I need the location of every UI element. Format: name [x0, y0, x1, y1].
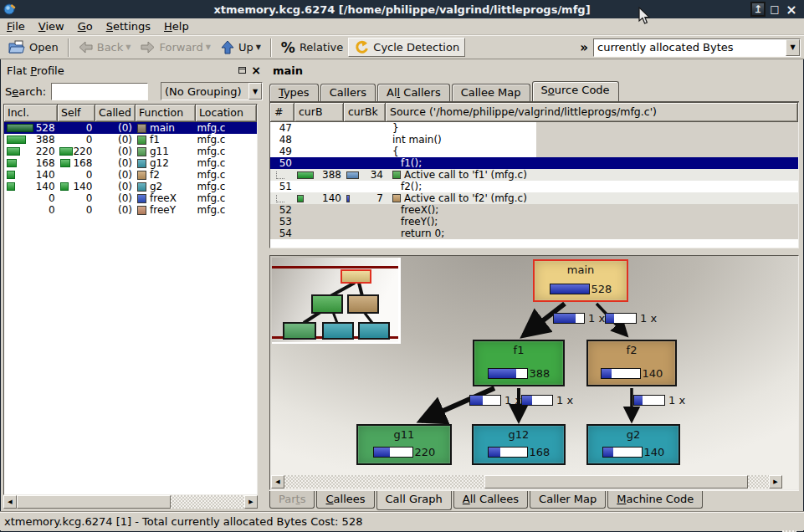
minimap-node-g12 — [322, 322, 354, 340]
toolbar-separator — [68, 38, 69, 57]
graph-overview-minimap[interactable] — [272, 258, 401, 344]
minimize-button[interactable]: _ — [750, 2, 766, 17]
function-icon — [137, 124, 146, 133]
scrollbar-track[interactable] — [171, 495, 244, 509]
graph-node-main[interactable]: main 528 — [533, 259, 628, 302]
source-line-selected[interactable]: 50 f1(); — [270, 157, 798, 169]
back-button[interactable]: Back▼ — [74, 39, 136, 55]
column-header-location[interactable]: Location — [196, 105, 257, 122]
edge-label-f2-g2[interactable]: 1 x — [633, 394, 685, 407]
titlebar[interactable]: xtmemory.kcg.6274 [/home/philippe/valgri… — [0, 0, 804, 18]
source-line[interactable]: 54 return 0; — [270, 228, 798, 239]
tab-callers[interactable]: Callers — [320, 84, 376, 101]
source-line[interactable]: 52 freeX(); — [270, 204, 798, 216]
tab-parts[interactable]: Parts — [269, 491, 315, 509]
up-button[interactable]: Up▼ — [216, 38, 266, 56]
tab-call-graph[interactable]: Call Graph — [376, 491, 452, 510]
source-call-line[interactable]: 140 7 Active call to 'f2' (mfg.c) — [270, 192, 798, 204]
float-dock-icon[interactable] — [238, 67, 246, 74]
function-icon — [137, 194, 146, 203]
table-row[interactable]: 140 140 (0) g2 mfg.c — [4, 181, 257, 192]
edge-label-f1-g12[interactable]: 1 x — [521, 394, 573, 407]
source-line[interactable]: 47 } — [270, 122, 798, 134]
edge-label-main-f2[interactable]: 1 x — [605, 312, 657, 325]
tab-machine-code[interactable]: Machine Code — [607, 491, 703, 509]
scrollbar-track[interactable] — [284, 475, 484, 489]
scrollbar-thumb[interactable] — [484, 475, 748, 489]
graph-node-g2[interactable]: g2 140 — [586, 424, 680, 465]
toolbar-separator — [270, 38, 272, 57]
forward-button[interactable]: Forward▼ — [136, 39, 215, 55]
tab-all-callees[interactable]: All Callees — [453, 491, 528, 509]
menu-help[interactable]: Help — [157, 19, 196, 33]
relative-toggle-button[interactable]: % Relative — [276, 38, 348, 58]
scrollbar-thumb[interactable] — [17, 495, 171, 509]
tab-all-callers[interactable]: All Callers — [377, 84, 450, 101]
menu-go[interactable]: Go — [71, 19, 100, 33]
grouping-dropdown-icon[interactable]: ▼ — [248, 83, 262, 100]
maximize-button[interactable]: □ — [767, 2, 782, 17]
source-line[interactable]: 53 freeY(); — [270, 216, 798, 228]
grouping-combobox[interactable]: (No Grouping) ▼ — [161, 82, 263, 100]
column-header-curb[interactable]: curB — [294, 103, 344, 122]
call-graph-canvas[interactable]: main 528 f1 388 f2 140 g11 220 g12 168 g… — [269, 255, 799, 490]
edge-label-main-f1[interactable]: 1 x — [553, 312, 605, 325]
status-bar: xtmemory.kcg.6274 [1] - Total currently … — [0, 511, 804, 530]
close-dock-icon[interactable]: × — [251, 66, 261, 74]
menu-view[interactable]: View — [32, 19, 71, 33]
scroll-left-icon[interactable]: ◀ — [3, 495, 17, 509]
horizontal-scrollbar[interactable]: ◀ ▶ — [3, 495, 258, 509]
source-line[interactable]: 51 f2(); — [270, 181, 798, 192]
combo-dropdown-icon[interactable]: ▼ — [786, 39, 800, 56]
tab-caller-map[interactable]: Caller Map — [530, 491, 606, 509]
search-input[interactable] — [51, 83, 148, 100]
function-icon — [137, 147, 146, 156]
column-header-line[interactable]: # — [270, 103, 294, 122]
table-row[interactable]: 220 220 (0) g11 mfg.c — [4, 146, 257, 157]
table-row[interactable]: 0 0 (0) freeX mfg.c — [4, 192, 257, 204]
source-line[interactable]: 49 { — [270, 146, 798, 157]
dock-header[interactable]: Flat Profile × — [3, 62, 264, 79]
minimap-node-f1 — [311, 294, 343, 314]
source-line[interactable]: 48 int main() — [270, 134, 798, 146]
column-header-incl[interactable]: Incl. — [4, 105, 58, 122]
tab-callee-map[interactable]: Callee Map — [452, 84, 530, 101]
forward-arrow-icon — [141, 41, 155, 54]
toolbar: Open Back▼ Forward▼ Up▼ % Relative — [0, 35, 804, 59]
table-row[interactable]: 168 168 (0) g12 mfg.c — [4, 157, 257, 169]
open-icon — [8, 40, 25, 54]
close-button[interactable]: × — [784, 2, 799, 17]
table-row[interactable]: 0 0 (0) freeY mfg.c — [4, 204, 257, 216]
menu-file[interactable]: File — [0, 19, 32, 33]
tab-callees[interactable]: Callees — [316, 491, 374, 509]
graph-node-g11[interactable]: g11 220 — [356, 424, 452, 465]
tab-types[interactable]: Types — [269, 84, 319, 101]
menu-settings[interactable]: Settings — [100, 19, 157, 33]
table-row[interactable]: 140 0 (0) f2 mfg.c — [4, 169, 257, 181]
cycle-detection-button[interactable]: Cycle Detection — [348, 38, 465, 57]
scroll-right-icon[interactable]: ▶ — [244, 495, 258, 509]
event-type-combobox[interactable]: currently allocated Bytes ▼ — [593, 38, 801, 57]
window-title: xtmemory.kcg.6274 [/home/philippe/valgri… — [0, 3, 804, 16]
horizontal-scrollbar[interactable]: ◀ ▶ — [271, 475, 782, 489]
source-call-line[interactable]: 388 34 Active call to 'f1' (mfg.c) — [270, 169, 798, 181]
toolbar-overflow-chevron[interactable]: » — [580, 40, 588, 55]
column-header-called[interactable]: Called — [95, 105, 136, 122]
table-row[interactable]: 528 0 (0) main mfg.c — [4, 122, 257, 134]
edge-label-f1-g11[interactable]: 1 x — [469, 394, 521, 407]
column-header-function[interactable]: Function — [136, 105, 196, 122]
graph-node-f1[interactable]: f1 388 — [473, 340, 565, 386]
tab-source-code[interactable]: Source Code — [532, 81, 619, 101]
table-row[interactable]: 388 0 (0) f1 mfg.c — [4, 134, 257, 146]
open-button[interactable]: Open — [3, 38, 64, 56]
column-header-self[interactable]: Self — [58, 105, 95, 122]
scroll-left-icon[interactable]: ◀ — [271, 475, 284, 489]
column-header-source[interactable]: Source ('/home/philippe/valgrind/littlep… — [386, 103, 798, 122]
column-header-curbk[interactable]: curBk — [344, 103, 386, 122]
graph-node-g12[interactable]: g12 168 — [472, 424, 566, 465]
function-icon — [137, 171, 146, 180]
graph-node-f2[interactable]: f2 140 — [586, 340, 677, 386]
minimap-node-f2 — [347, 294, 379, 314]
scrollbar-track[interactable] — [748, 475, 769, 489]
scroll-right-icon[interactable]: ▶ — [769, 475, 782, 489]
